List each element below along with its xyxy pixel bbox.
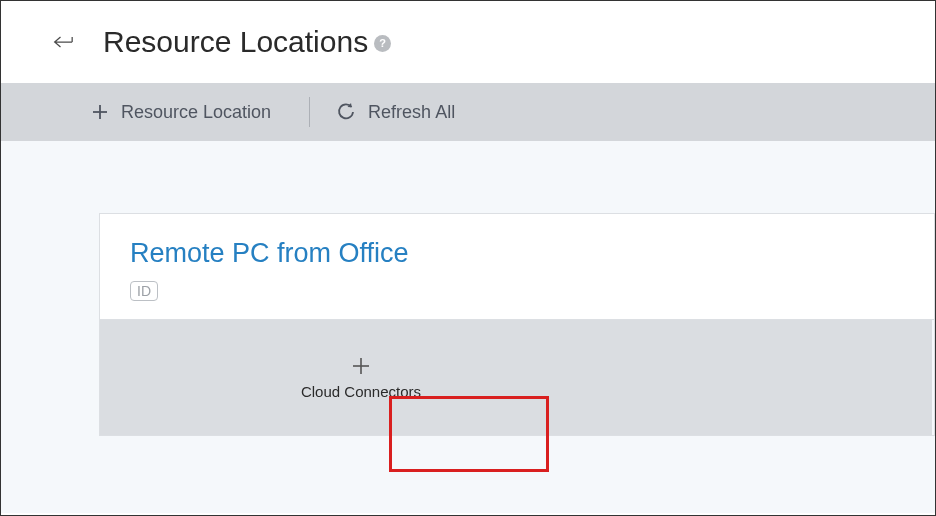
id-badge[interactable]: ID — [130, 281, 158, 301]
toolbar: Resource Location Refresh All — [1, 83, 935, 141]
page-header: Resource Locations ? — [1, 1, 935, 83]
add-cloud-connectors-button[interactable]: Cloud Connectors — [100, 320, 622, 435]
resource-location-card: Remote PC from Office ID Cloud Connector… — [99, 213, 935, 436]
plus-icon — [91, 103, 109, 121]
card-header: Remote PC from Office ID — [100, 214, 934, 319]
refresh-all-button[interactable]: Refresh All — [336, 95, 485, 129]
card-title[interactable]: Remote PC from Office — [130, 238, 934, 269]
plus-icon — [350, 355, 372, 377]
refresh-all-label: Refresh All — [368, 102, 455, 123]
cloud-connectors-label: Cloud Connectors — [301, 383, 421, 400]
add-resource-location-button[interactable]: Resource Location — [91, 95, 301, 129]
help-icon[interactable]: ? — [374, 35, 391, 52]
cell-divider — [932, 320, 934, 435]
refresh-icon — [336, 102, 356, 122]
toolbar-divider — [309, 97, 310, 127]
add-resource-location-label: Resource Location — [121, 102, 271, 123]
page-title: Resource Locations — [103, 25, 368, 59]
content-area: Remote PC from Office ID Cloud Connector… — [1, 141, 935, 513]
back-icon[interactable] — [51, 30, 75, 54]
card-body: Cloud Connectors — [100, 319, 934, 435]
